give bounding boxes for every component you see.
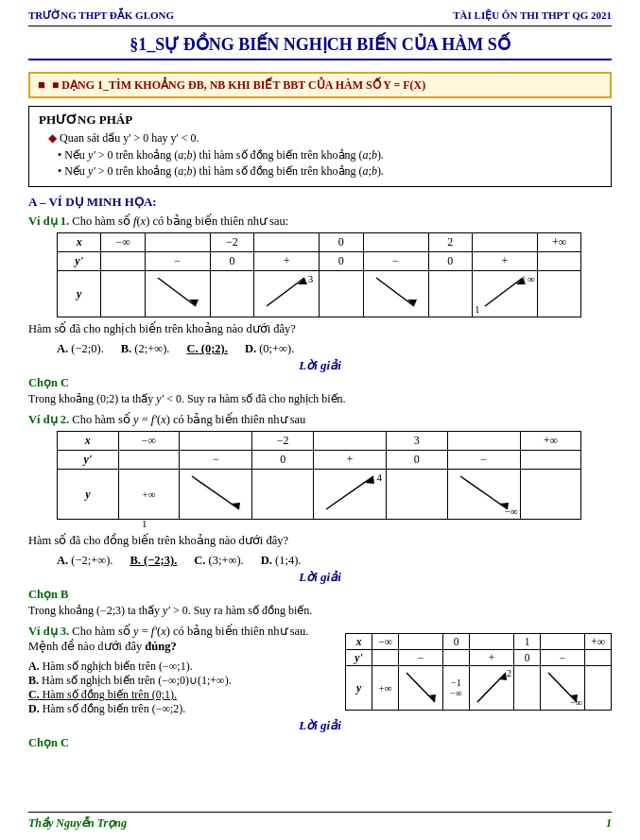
option-B1: B. (2;+∞).: [121, 342, 170, 356]
header-left: TRƯỜNG THPT ĐẮK GLONG: [28, 9, 174, 22]
option-D3: D. Hàm số đồng biến trên (−∞;2).: [28, 702, 336, 716]
vidu3-options-list: A. Hàm số nghịch biến trên (−∞;1). B. Hà…: [28, 660, 336, 716]
arrow-increase-v2-1: [321, 471, 378, 513]
page-footer: Thầy Nguyễn Trọng 1: [28, 812, 612, 831]
loi-giai-1: Lời giải: [28, 358, 612, 373]
method-title: PHƯƠNG PHÁP: [39, 112, 601, 128]
option-B2: B. (−2;3).: [130, 554, 177, 568]
svg-marker-9: [231, 503, 240, 509]
arrow-decrease-v3-1: [404, 668, 438, 706]
vidu3-text: Cho hàm số y = f'(x) có bảng biến thiên …: [28, 625, 308, 653]
svg-line-6: [485, 278, 523, 306]
vidu2-label: Ví dụ 2.: [28, 413, 69, 426]
vidu1-question: Hàm số đã cho nghịch biến trên khoảng nà…: [28, 321, 612, 336]
dang1-title: ■ DẠNG 1_TÌM KHOẢNG ĐB, NB KHI BIẾT BBT …: [52, 78, 425, 92]
loi-giai-3: Lời giải: [28, 718, 612, 733]
method-sub1: • Nếu y' > 0 trên khoảng (a;b) thì hàm s…: [58, 148, 601, 163]
svg-line-10: [326, 476, 373, 509]
svg-marker-11: [365, 476, 374, 484]
arrow-increase-v3-1: [475, 668, 509, 706]
option-A2: A. (−2;+∞).: [57, 554, 112, 568]
method-box: PHƯƠNG PHÁP ◆ Quan sát dấu y' > 0 hay y'…: [28, 106, 612, 187]
loi-giai-2: Lời giải: [28, 570, 612, 585]
diamond-icon: ◆: [48, 131, 57, 145]
option-C1: C. (0;2).: [187, 342, 228, 356]
chon-3: Chọn C: [28, 735, 612, 750]
chon-1: Chọn C: [28, 375, 612, 390]
svg-line-2: [267, 278, 304, 306]
arrow-decrease-2: [372, 273, 421, 311]
vidu2-options: A. (−2;+∞). B. (−2;3). C. (3;+∞). D. (1;…: [57, 554, 612, 568]
vidu1-label: Ví dụ 1.: [28, 214, 69, 228]
vidu3-right: x −∞ 0 1 +∞ y' − +: [345, 627, 612, 716]
section-icon: ■: [38, 77, 45, 92]
main-title: §1_SỰ ĐỒNG BIẾN NGHỊCH BIẾN CỦA HÀM SỐ: [28, 34, 612, 60]
vidu1-text: Cho hàm số f(x) có bảng biến thiên như s…: [72, 214, 288, 228]
dang1-box: ■ ■ DẠNG 1_TÌM KHOẢNG ĐB, NB KHI BIẾT BB…: [28, 72, 612, 98]
bbt-table-1: x −∞ −2 0 2 +∞ y' − 0 + 0 − 0 +: [57, 232, 581, 317]
explanation-1: Trong khoảng (0;2) ta thấy y' < 0. Suy r…: [28, 392, 612, 406]
bbt-table-2: x −∞ −2 3 +∞ y' − 0 + 0 − y +∞: [57, 431, 581, 520]
vidu2-text: Cho hàm số y = f'(x) có bảng biến thiên …: [72, 413, 305, 426]
vidu3-left: Ví dụ 3. Cho hàm số y = f'(x) có bảng bi…: [28, 624, 336, 716]
option-C2: C. (3;+∞).: [194, 554, 243, 568]
option-B3: B. Hàm số nghịch biến trên (−∞;0)∪(1;+∞)…: [28, 674, 336, 688]
arrow-increase-1: [262, 273, 311, 311]
vidu3-label: Ví dụ 3.: [28, 625, 69, 638]
bbt2-bottom-label: 1: [142, 518, 612, 529]
page-header: TRƯỜNG THPT ĐẮK GLONG TÀI LIỆU ÔN THI TH…: [28, 9, 612, 26]
bbt-table-3: x −∞ 0 1 +∞ y' − +: [345, 633, 612, 711]
footer-right: 1: [606, 816, 612, 831]
method-sub2: • Nếu y' > 0 trên khoảng (a;b) thì hàm s…: [58, 164, 601, 179]
option-A1: A. (−2;0).: [57, 342, 104, 356]
vidu3: Ví dụ 3. Cho hàm số y = f'(x) có bảng bi…: [28, 624, 612, 750]
footer-left: Thầy Nguyễn Trọng: [28, 816, 127, 831]
section-a-label: A – VÍ DỤ MINH HỌA:: [28, 195, 612, 210]
svg-marker-17: [499, 673, 507, 680]
option-A3: A. Hàm số nghịch biến trên (−∞;1).: [28, 660, 336, 674]
method-item1: ◆ Quan sát dấu y' > 0 hay y' < 0.: [48, 131, 601, 146]
vidu1: Ví dụ 1. Cho hàm số f(x) có bảng biến th…: [28, 214, 612, 406]
chon-2: Chọn B: [28, 587, 612, 602]
arrow-increase-2: [480, 273, 529, 311]
arrow-decrease-1: [153, 273, 202, 311]
vidu2: Ví dụ 2. Cho hàm số y = f'(x) có bảng bi…: [28, 412, 612, 618]
svg-line-0: [158, 278, 196, 306]
option-C3: C. Hàm số đồng biến trên (0;1).: [28, 688, 336, 702]
header-right: TÀI LIỆU ÔN THI THPT QG 2021: [453, 9, 612, 22]
svg-line-4: [376, 278, 414, 306]
explanation-2: Trong khoảng (−2;3) ta thấy y' > 0. Suy …: [28, 604, 612, 618]
arrow-decrease-v2-1: [187, 471, 244, 513]
option-D1: D. (0;+∞).: [245, 342, 294, 356]
vidu1-options: A. (−2;0). B. (2;+∞). C. (0;2). D. (0;+∞…: [57, 342, 612, 356]
vidu2-question: Hàm số đã cho đồng biến trên khoảng nào …: [28, 533, 612, 548]
svg-marker-15: [428, 694, 436, 702]
option-D2: D. (1;4).: [261, 554, 302, 568]
